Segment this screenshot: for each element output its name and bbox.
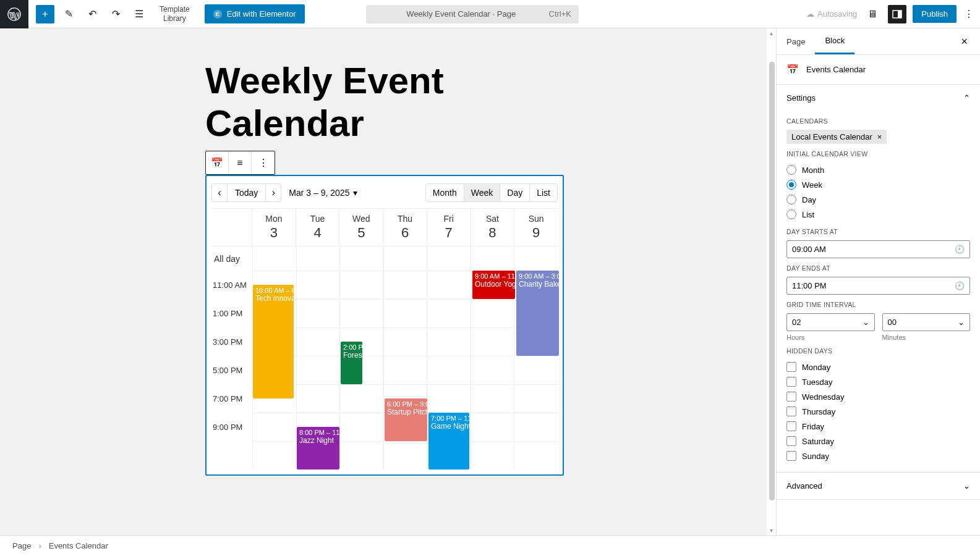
check-wednesday[interactable]: Wednesday (786, 389, 970, 404)
block-card-title: Events Calendar (806, 65, 866, 74)
prev-button[interactable]: ‹ (211, 183, 228, 202)
view-button[interactable]: 🖥 (863, 5, 882, 23)
view-tab-list[interactable]: List (529, 183, 558, 202)
breadcrumb-block[interactable]: Events Calendar (49, 541, 108, 550)
time-label: 9:00 PM (211, 413, 252, 441)
allday-row: All day (211, 246, 558, 271)
time-axis: 11:00 AM 1:00 PM 3:00 PM 5:00 PM 7:00 PM… (211, 271, 252, 470)
sidebar-tabs: Page Block × (777, 28, 980, 55)
hours-sublabel: Hours (786, 334, 875, 341)
breadcrumb-separator-icon: › (38, 541, 41, 550)
date-range-picker[interactable]: Mar 3 – 9, 2025 ▾ (289, 188, 357, 198)
close-sidebar-button[interactable]: × (948, 35, 980, 48)
panel-advanced-toggle[interactable]: Advanced ⌄ (777, 473, 980, 499)
chevron-down-icon: ⌄ (958, 318, 965, 327)
block-card: 📅 Events Calendar (777, 55, 980, 85)
wp-logo-button[interactable] (0, 0, 28, 28)
view-tab-month[interactable]: Month (425, 183, 464, 202)
template-library-line2: Library (160, 14, 190, 23)
chevron-down-icon: ▾ (353, 188, 357, 198)
list-icon: ☰ (135, 8, 143, 20)
cloud-icon: ☁ (806, 9, 814, 19)
check-monday[interactable]: Monday (786, 360, 970, 374)
event-forest-conservation[interactable]: 2:00 PM – 5:00 PMForest Conservation (341, 342, 362, 384)
panel-advanced: Advanced ⌄ (777, 473, 980, 500)
tools-button[interactable]: ✎ (59, 5, 78, 23)
elementor-icon: E (213, 10, 222, 19)
check-friday[interactable]: Friday (786, 419, 970, 434)
options-button[interactable]: ⋮ (963, 8, 975, 20)
radio-icon (786, 180, 796, 190)
checkbox-icon (786, 436, 796, 446)
day-starts-input[interactable]: 09:00 AM🕘 (786, 240, 970, 258)
align-button[interactable]: ≡ (229, 151, 252, 174)
breadcrumb-page[interactable]: Page (12, 541, 31, 550)
allday-label: All day (211, 246, 252, 271)
publish-button[interactable]: Publish (913, 5, 957, 23)
add-block-button[interactable]: + (36, 5, 54, 23)
radio-list[interactable]: List (786, 207, 970, 222)
chevron-down-icon: ⌄ (963, 481, 970, 491)
editor-scrollbar[interactable]: ▴ ▾ (767, 28, 776, 535)
radio-week[interactable]: Week (786, 177, 970, 192)
check-thursday[interactable]: Thursday (786, 404, 970, 419)
edit-with-elementor-button[interactable]: E Edit with Elementor (205, 4, 305, 23)
shortcut-label: Ctrl+K (549, 9, 571, 19)
page-content: Weekly Event Calendar 📅 ≡ ⋮ ‹ Today › Ma… (0, 28, 776, 507)
checkbox-icon (786, 421, 796, 431)
day-header-sat: Sat8 (471, 209, 515, 246)
document-overview-button[interactable]: ☰ (130, 5, 148, 23)
block-more-button[interactable]: ⋮ (252, 151, 275, 174)
undo-button[interactable]: ↶ (83, 5, 101, 23)
tab-page[interactable]: Page (777, 30, 815, 54)
calendar-pill[interactable]: Local Events Calendar × (786, 130, 887, 144)
page-title-text: Weekly Event Calendar · Page (373, 9, 549, 19)
radio-day[interactable]: Day (786, 192, 970, 207)
page-heading[interactable]: Weekly Event Calendar (205, 59, 776, 145)
heading-line1: Weekly Event (205, 60, 444, 101)
day-headers: Mon3 Tue4 Wed5 Thu6 Fri7 Sat8 Sun9 (211, 209, 558, 246)
event-outdoor-yoga[interactable]: 9:00 AM – 11:00 AMOutdoor Yoga (472, 271, 515, 299)
grid-interval-row: 02⌄ Hours 00⌄ Minutes (786, 313, 970, 341)
panel-settings-label: Settings (786, 93, 816, 103)
view-tab-day[interactable]: Day (500, 183, 530, 202)
wordpress-icon (7, 7, 21, 21)
grid-interval-label: GRID TIME INTERVAL (786, 301, 970, 308)
pencil-icon: ✎ (65, 8, 73, 20)
next-button[interactable]: › (265, 183, 281, 202)
block-type-button[interactable]: 📅 (206, 151, 229, 174)
tab-block[interactable]: Block (815, 28, 854, 54)
day-ends-input[interactable]: 11:00 PM🕘 (786, 277, 970, 295)
day-starts-label: DAY STARTS AT (786, 228, 970, 235)
minutes-select[interactable]: 00⌄ (882, 313, 971, 331)
time-label: 1:00 PM (211, 299, 252, 327)
today-button[interactable]: Today (228, 183, 265, 202)
view-tab-week[interactable]: Week (464, 183, 501, 202)
date-range-label: Mar 3 – 9, 2025 (289, 188, 349, 198)
day-header-fri: Fri7 (427, 209, 471, 246)
page-title-search[interactable]: Weekly Event Calendar · Page Ctrl+K (366, 5, 579, 23)
settings-sidebar-toggle[interactable] (888, 5, 906, 23)
event-charity-bake[interactable]: 9:00 AM – 3:00 PMCharity Bake Sale (516, 271, 559, 356)
radio-month[interactable]: Month (786, 162, 970, 177)
event-startup-pitch[interactable]: 6:00 PM – 9:00 PMStartup Pitch Night (385, 398, 427, 441)
checkbox-icon (786, 451, 796, 461)
check-saturday[interactable]: Saturday (786, 434, 970, 449)
col-sat[interactable] (471, 271, 514, 470)
remove-icon[interactable]: × (877, 132, 882, 141)
template-library-button[interactable]: Template Library (160, 5, 190, 23)
event-game-night[interactable]: 7:00 PM – 11:00 PMGame Night (428, 413, 469, 470)
events-calendar-block[interactable]: ‹ Today › Mar 3 – 9, 2025 ▾ Month Week D… (205, 175, 564, 476)
check-sunday[interactable]: Sunday (786, 449, 970, 463)
hours-select[interactable]: 02⌄ (786, 313, 875, 331)
event-jazz-night[interactable]: 8:00 PM – 11:00 PMJazz Night (297, 427, 339, 470)
close-icon: × (961, 35, 968, 48)
time-label: 7:00 PM (211, 384, 252, 413)
event-tech-innovation[interactable]: 10:00 AM – 6:00 PMTech Innovation (253, 285, 294, 398)
scroll-thumb[interactable] (769, 62, 775, 500)
panel-settings-toggle[interactable]: Settings ⌃ (777, 85, 980, 111)
chevron-right-icon: › (272, 187, 275, 198)
redo-button[interactable]: ↷ (106, 5, 125, 23)
check-tuesday[interactable]: Tuesday (786, 374, 970, 389)
top-toolbar: + ✎ ↶ ↷ ☰ Template Library E Edit with E… (0, 0, 980, 28)
